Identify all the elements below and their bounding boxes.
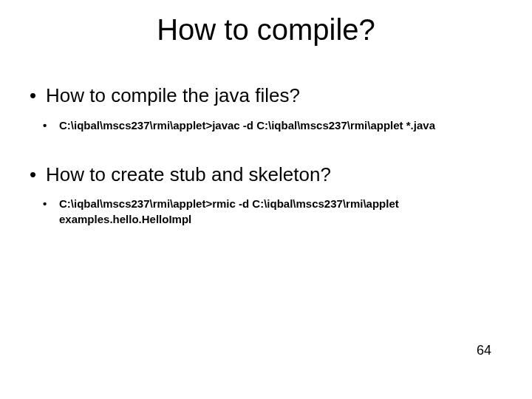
slide-title: How to compile? bbox=[30, 13, 502, 47]
bullet-list: How to compile the java files? C:\iqbal\… bbox=[30, 83, 502, 227]
command-rmic: C:\iqbal\mscs237\rmi\applet>rmic -d C:\i… bbox=[30, 197, 502, 227]
command-rmic-line2: examples.hello.HelloImpl bbox=[59, 212, 502, 227]
page-number: 64 bbox=[477, 343, 491, 358]
command-javac: C:\iqbal\mscs237\rmi\applet>javac -d C:\… bbox=[30, 118, 502, 133]
command-rmic-line1: C:\iqbal\mscs237\rmi\applet>rmic -d C:\i… bbox=[59, 197, 399, 210]
question-compile: How to compile the java files? bbox=[30, 83, 502, 108]
question-stub: How to create stub and skeleton? bbox=[30, 163, 502, 187]
slide: How to compile? How to compile the java … bbox=[0, 0, 532, 399]
